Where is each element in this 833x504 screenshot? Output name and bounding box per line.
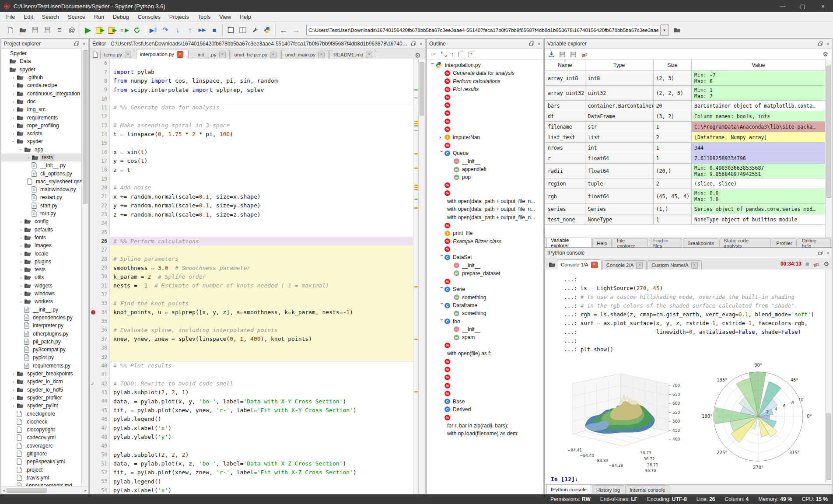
tab-close-icon[interactable]: × [125,52,131,58]
editor-tab-README.md[interactable]: README.md× [329,50,376,59]
chevron-right-icon[interactable]: › [439,134,444,140]
panel-tab-help[interactable]: Help [592,238,612,247]
browse-console-tabs-icon[interactable] [547,260,557,270]
dropdown-arrow-icon[interactable]: ▾ [661,24,668,36]
outline-item[interactable]: % [427,125,543,133]
variable-table-vscrollbar[interactable] [825,60,832,238]
tree-item-__init__.py[interactable]: __init__.py [1,161,82,169]
tree-item-Data[interactable]: Data [1,57,82,65]
tree-item-continuous_integration[interactable]: ›continuous_integration [1,89,82,97]
tree-item-spyder_io_dcm[interactable]: ›spyder_io_dcm [1,378,82,385]
editor-vscrollbar[interactable] [418,59,425,494]
outline-item[interactable]: % [427,141,543,149]
variable-row-df[interactable]: dfDataFrame(3, 2)Column names: bools, in… [545,111,826,122]
tree-item-requirements[interactable]: ›requirements [1,113,82,121]
variable-row-r[interactable]: rfloat6417.611082589334796 [545,153,826,164]
close-icon[interactable]: × [83,42,85,46]
tree-item-.checkignore[interactable]: .checkignore [1,410,82,417]
outline-item[interactable]: % [427,357,543,365]
outline-item[interactable]: % [427,221,543,229]
chevron-down-icon[interactable]: › [439,319,445,324]
variable-row-nrows[interactable]: nrowsint1344 [545,143,826,153]
chevron-right-icon[interactable]: › [11,395,16,400]
tree-item-spyder_io_hdf5[interactable]: ›spyder_io_hdf5 [1,385,82,393]
run-cell-icon[interactable]: ▶ [94,24,106,36]
outline-item[interactable]: % [427,189,543,197]
tree-item-pil_patch.py[interactable]: pil_patch.py [1,338,82,346]
browse-tabs-icon[interactable] [91,50,100,59]
tree-item-spyder_pylint[interactable]: ›spyder_pylint [1,402,82,410]
project-tree-vscrollbar[interactable] [81,49,88,486]
project-file-tree[interactable]: SpyderDataspyder›.github›conda.recipe›co… [1,49,82,486]
chevron-right-icon[interactable]: › [19,259,23,264]
outline-tree[interactable]: ›interpolation.py%Generate data for anal… [427,60,543,494]
chevron-right-icon[interactable]: › [11,99,16,104]
variable-row-bars[interactable]: barscontainer.BarContainer20BarContainer… [545,101,826,111]
outline-item-interpolationpy[interactable]: ›interpolation.py [427,61,543,69]
outline-item-appendleft[interactable]: mappendleft [427,165,543,173]
tree-item-mainwindow.py[interactable]: mainwindow.py [1,186,82,193]
forward-icon[interactable]: → [290,24,302,36]
preferences-icon[interactable] [249,24,261,36]
close-button[interactable]: × [813,0,833,12]
outline-item-__init__[interactable]: –__init__ [427,326,543,333]
tree-item-start.py[interactable]: start.py [1,202,82,210]
chevron-right-icon[interactable]: › [19,243,23,248]
undock-icon[interactable] [818,42,823,46]
menu-debug[interactable]: Debug [108,13,133,21]
chevron-right-icon[interactable]: › [11,115,16,120]
tree-item-.gitignore[interactable]: .gitignore [1,450,82,458]
tree-item-plugins[interactable]: ›plugins [1,258,82,266]
chevron-down-icon[interactable]: › [439,150,445,156]
chevron-right-icon[interactable]: › [19,275,23,280]
tab-close-icon[interactable]: × [219,52,226,58]
tab-close-icon[interactable]: × [177,51,183,58]
outline-item[interactable]: % [427,389,543,397]
run-file-icon[interactable]: ▶ [82,24,94,36]
editor-tab-__init__.py[interactable]: __init__.py× [188,50,230,59]
debug-continue-icon[interactable]: ▶▶ [196,24,208,36]
maximize-button[interactable]: ▢ [793,0,813,12]
panel-tab-variable-explorer[interactable]: Variable explorer [546,238,592,247]
outline-item[interactable]: % [427,413,543,421]
tree-item-img_src[interactable]: ›img_src [1,105,82,113]
tree-item-defaults[interactable]: ›defaults [1,226,82,234]
outline-item-Derived[interactable]: CDerived [427,406,543,413]
outline-item-withopenfileasf[interactable]: with open(file) as f: [427,350,543,357]
undock-icon[interactable] [818,251,823,255]
tree-item-.github[interactable]: ›.github [1,74,82,81]
chevron-right-icon[interactable]: › [11,387,16,392]
tree-item-.ciocheck[interactable]: .ciocheck [1,418,82,426]
variable-row-rgb[interactable]: rgbfloat64(45, 45, 4)Min: 0.0 Max: 1.0 [545,189,826,204]
chevron-right-icon[interactable]: › [11,91,16,96]
chevron-down-icon[interactable]: › [439,303,445,308]
tree-item-doc[interactable]: ›doc [1,98,82,105]
outline-item[interactable]: % [427,93,543,101]
tree-item-.travis.yml[interactable]: .travis.yml [1,474,82,482]
tree-item-rope_profiling[interactable]: ›rope_profiling [1,122,82,130]
outline-item-Dataframe[interactable]: ›CDataframe [427,301,543,309]
outline-item-imputerNan[interactable]: ›fimputerNan [427,133,543,141]
close-icon[interactable]: × [538,42,540,46]
tree-item-locale[interactable]: ›locale [1,249,82,257]
split-window-icon[interactable] [237,24,249,36]
tree-item-requirements.py[interactable]: requirements.py [1,362,82,370]
variable-row-list_test[interactable]: list_testlist2[Dataframe, Numpy array] [545,132,826,143]
editor-tab-interpolation.py[interactable]: interpolation.py× [136,49,187,59]
chevron-right-icon[interactable]: › [11,131,16,136]
tree-item-.codecov.yml[interactable]: .codecov.yml [1,434,82,441]
tree-item-.pep8speaks.yml[interactable]: .pep8speaks.yml [1,458,82,466]
save-data-icon[interactable] [559,51,566,58]
close-icon[interactable]: × [420,42,422,46]
save-icon[interactable] [29,24,41,36]
outline-item-pop[interactable]: mpop [427,173,543,181]
tree-item-images[interactable]: ›images [1,242,82,249]
tree-item-otherplugins.py[interactable]: otherplugins.py [1,329,82,337]
tree-item-spyder[interactable]: ›spyder [1,137,82,145]
outline-item-Serie[interactable]: ›CSerie [427,285,543,293]
expand-all-icon[interactable]: + [469,52,474,57]
outline-item-withopendata_pathoutput_[interactable]: with open(data_path + output_file_n... [427,214,543,221]
outline-item-withopendata_pathoutput_[interactable]: with open(data_path + output_file_n... [427,205,543,213]
chevron-down-icon[interactable]: › [11,139,16,144]
variable-row-array_uint32[interactable]: array_uint32uint32(2, 2, 3)Min: 1 Max: 7 [545,86,826,101]
